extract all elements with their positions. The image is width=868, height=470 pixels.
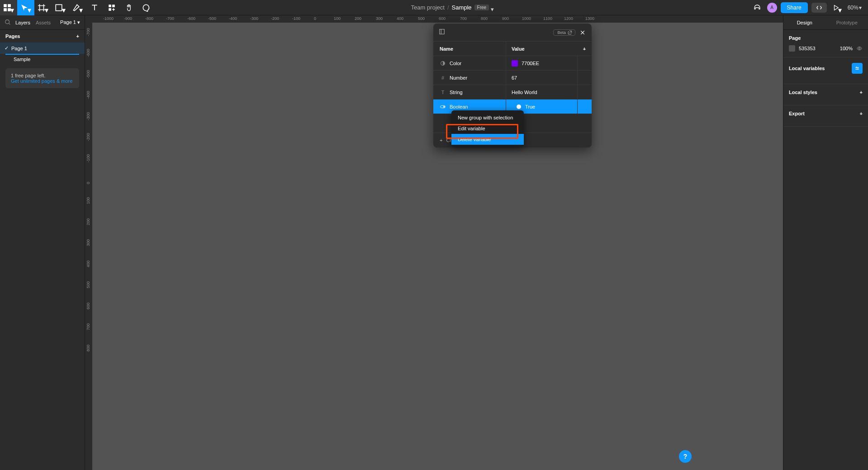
- svg-rect-9: [440, 29, 445, 34]
- variable-row-number[interactable]: # Number 67: [433, 71, 592, 85]
- hand-tool[interactable]: [120, 0, 138, 15]
- resources-button[interactable]: [103, 0, 120, 15]
- boolean-type-icon: [440, 104, 446, 110]
- help-button[interactable]: ?: [679, 450, 692, 463]
- ruler-tick: 1300: [585, 16, 594, 21]
- comment-tool[interactable]: [138, 0, 155, 15]
- menu-edit-variable[interactable]: Edit variable: [451, 123, 524, 134]
- column-value: Value: [506, 42, 577, 56]
- ruler-tick: -700: [86, 28, 90, 36]
- ruler-tick: -600: [86, 49, 90, 57]
- ruler-tick: -500: [86, 70, 90, 78]
- add-page-button[interactable]: +: [76, 33, 79, 39]
- tab-layers[interactable]: Layers: [15, 20, 30, 25]
- page-section: Page 535353 100%: [783, 30, 868, 57]
- chevron-down-icon: ▾: [859, 5, 863, 8]
- close-button[interactable]: [579, 29, 586, 36]
- menu-new-group[interactable]: New group with selection: [451, 112, 524, 123]
- local-variables-label: Local variables: [789, 66, 825, 71]
- ruler-tick: -700: [166, 16, 174, 21]
- variable-row-string[interactable]: T String Hello World: [433, 85, 592, 100]
- local-styles-section: Local styles +: [783, 84, 868, 105]
- add-export-button[interactable]: +: [860, 111, 863, 116]
- ruler-tick: 1200: [564, 16, 573, 21]
- background-swatch: [789, 45, 795, 52]
- ruler-tick: 800: [86, 345, 90, 351]
- toolbar-left: ▾ ▾ ▾ ▾ ▾: [0, 0, 155, 15]
- ruler-tick: -400: [229, 16, 237, 21]
- sidebar-toggle-icon[interactable]: [439, 28, 445, 37]
- team-name[interactable]: Team project: [411, 4, 444, 11]
- ruler-tick: 0: [86, 182, 90, 184]
- ruler-tick: 500: [418, 16, 425, 21]
- chevron-down-icon: ▾: [79, 6, 83, 9]
- svg-rect-7: [109, 8, 111, 11]
- svg-point-12: [443, 106, 445, 108]
- ruler-tick: -300: [250, 16, 258, 21]
- toolbar-right: A Share ▾ 60% ▾: [751, 1, 868, 14]
- check-icon: ✓: [5, 45, 9, 51]
- color-type-icon: [440, 60, 446, 66]
- beta-badge[interactable]: Beta: [553, 29, 575, 36]
- tab-prototype[interactable]: Prototype: [826, 15, 868, 29]
- local-variables-section: Local variables: [783, 57, 868, 84]
- audio-button[interactable]: [751, 1, 764, 14]
- svg-point-13: [859, 47, 860, 49]
- menu-button[interactable]: ▾: [0, 0, 17, 15]
- right-panel: Design Prototype Page 535353 100% Local …: [783, 15, 868, 470]
- avatar[interactable]: A: [767, 3, 777, 13]
- frame-tool[interactable]: ▾: [34, 0, 52, 15]
- ruler-tick: 100: [86, 197, 90, 204]
- chevron-down-icon: ▾: [28, 6, 31, 9]
- plus-icon: +: [440, 138, 442, 143]
- ruler-tick: -100: [86, 154, 90, 162]
- ruler-tick: 300: [376, 16, 383, 21]
- ruler-tick: 800: [481, 16, 488, 21]
- vertical-ruler: -700-600-500-400-300-200-100010020030040…: [85, 23, 92, 470]
- ruler-tick: -500: [208, 16, 216, 21]
- top-toolbar: ▾ ▾ ▾ ▾ ▾ Team project: [0, 0, 868, 15]
- ruler-tick: 700: [460, 16, 467, 21]
- ruler-tick: -300: [86, 112, 90, 120]
- text-tool[interactable]: [86, 0, 103, 15]
- share-button[interactable]: Share: [781, 2, 808, 13]
- pen-tool[interactable]: ▾: [69, 0, 86, 15]
- page-section-header: Page: [789, 35, 863, 41]
- left-panel: Layers Assets Page 1 ▾ Pages + ✓ Page 1 …: [0, 15, 85, 470]
- tab-design[interactable]: Design: [783, 15, 826, 29]
- move-tool[interactable]: ▾: [17, 0, 34, 15]
- shape-tool[interactable]: ▾: [52, 0, 69, 15]
- ruler-tick: -600: [187, 16, 195, 21]
- ruler-tick: 500: [86, 281, 90, 288]
- svg-rect-2: [4, 8, 7, 11]
- string-type-icon: T: [440, 89, 446, 95]
- background-row[interactable]: 535353 100%: [789, 45, 863, 52]
- local-styles-label: Local styles: [789, 90, 817, 95]
- upgrade-promo[interactable]: 1 free page left. Get unlimited pages & …: [5, 68, 79, 88]
- page-item[interactable]: ✓ Page 1: [0, 43, 85, 54]
- add-column-button[interactable]: +: [577, 46, 592, 52]
- add-style-button[interactable]: +: [860, 90, 863, 95]
- eye-icon[interactable]: [856, 45, 863, 52]
- present-button[interactable]: ▾: [830, 5, 844, 11]
- open-variables-button[interactable]: [852, 63, 863, 74]
- toggle-switch[interactable]: [512, 104, 522, 109]
- variable-row-color[interactable]: Color 7700EE: [433, 56, 592, 71]
- search-icon[interactable]: [5, 19, 12, 26]
- left-panel-tabs: Layers Assets Page 1 ▾: [0, 15, 85, 30]
- promo-link[interactable]: Get unlimited pages & more: [11, 78, 74, 84]
- ruler-tick: -200: [86, 133, 90, 141]
- export-section: Export +: [783, 105, 868, 127]
- zoom-level[interactable]: 60% ▾: [848, 5, 863, 11]
- page-selector[interactable]: Page 1 ▾: [60, 19, 80, 25]
- file-name[interactable]: Sample: [452, 4, 472, 11]
- layer-item[interactable]: Sample: [0, 54, 85, 65]
- ruler-tick: -1000: [103, 16, 114, 21]
- background-opacity-value: 100%: [840, 46, 853, 51]
- menu-delete-variable[interactable]: Delete variable: [451, 134, 524, 145]
- chevron-down-icon[interactable]: ▾: [491, 6, 494, 9]
- canvas[interactable]: -1000-900-800-700-600-500-400-300-200-10…: [85, 15, 783, 470]
- dev-mode-toggle[interactable]: [811, 3, 827, 13]
- chevron-down-icon: ▾: [62, 6, 66, 9]
- tab-assets[interactable]: Assets: [36, 20, 51, 25]
